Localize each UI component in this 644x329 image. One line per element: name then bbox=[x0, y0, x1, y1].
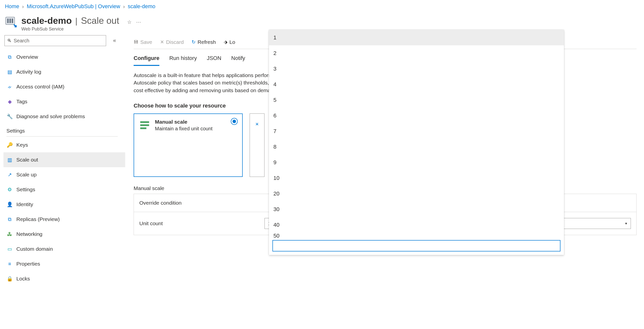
sidebar-item-access-control-iam-[interactable]: ᨀAccess control (IAM) bbox=[4, 79, 125, 94]
sidebar-item-settings[interactable]: ⚙Settings bbox=[4, 182, 125, 197]
custom-autoscale-icon bbox=[255, 119, 259, 130]
dropdown-option[interactable]: 4 bbox=[269, 76, 564, 92]
svg-rect-8 bbox=[256, 124, 258, 125]
keys-icon: 🔑 bbox=[6, 142, 13, 148]
section-divider bbox=[6, 136, 118, 136]
networking-icon: 🖧 bbox=[6, 231, 13, 237]
sidebar-item-label: Diagnose and solve problems bbox=[16, 113, 85, 119]
svg-rect-6 bbox=[140, 127, 146, 129]
override-condition-label: Override condition bbox=[139, 200, 264, 206]
dropdown-option[interactable]: 7 bbox=[269, 123, 564, 139]
card-title: Manual scale bbox=[155, 119, 212, 125]
resource-name: scale-demo bbox=[21, 15, 72, 26]
sidebar-item-label: Custom domain bbox=[16, 246, 53, 252]
properties-icon: ≡ bbox=[6, 261, 13, 267]
discard-icon: ✕ bbox=[160, 39, 164, 45]
sidebar-item-keys[interactable]: 🔑Keys bbox=[4, 137, 125, 152]
sidebar-item-identity[interactable]: 👤Identity bbox=[4, 197, 125, 212]
refresh-button[interactable]: ↻ Refresh bbox=[192, 39, 216, 45]
sidebar-item-diagnose-and-solve-problems[interactable]: 🔧Diagnose and solve problems bbox=[4, 109, 125, 124]
sidebar-item-label: Replicas (Preview) bbox=[16, 216, 60, 222]
dropdown-option[interactable]: 2 bbox=[269, 45, 564, 61]
blade-name: Scale out bbox=[81, 15, 119, 26]
sidebar-item-label: Scale up bbox=[16, 172, 37, 178]
sidebar-item-label: Identity bbox=[16, 201, 33, 207]
card-subtitle: Maintain a fixed unit count bbox=[155, 126, 212, 132]
svg-rect-5 bbox=[140, 124, 149, 126]
sidebar-item-overview[interactable]: ⧉Overview bbox=[4, 49, 125, 64]
tags-icon: ◆ bbox=[6, 99, 13, 105]
sidebar-item-label: Tags bbox=[16, 99, 27, 105]
save-icon: 💾︎ bbox=[134, 39, 138, 45]
svg-rect-4 bbox=[140, 121, 149, 123]
dropdown-option[interactable]: 20 bbox=[269, 186, 564, 201]
overview-icon: ⧉ bbox=[6, 54, 13, 60]
sidebar-item-scale-out[interactable]: ▥Scale out bbox=[4, 152, 125, 167]
dropdown-option[interactable]: 8 bbox=[269, 139, 564, 155]
discard-button[interactable]: ✕ Discard bbox=[160, 39, 184, 45]
sidebar-item-replicas-preview-[interactable]: ⧉Replicas (Preview) bbox=[4, 212, 125, 227]
replicas-icon: ⧉ bbox=[6, 217, 13, 222]
sidebar-item-custom-domain[interactable]: ▭Custom domain bbox=[4, 242, 125, 256]
tab-notify[interactable]: Notify bbox=[231, 53, 245, 66]
dropdown-option[interactable]: 9 bbox=[269, 155, 564, 170]
search-placeholder: Search bbox=[14, 38, 29, 44]
dropdown-option[interactable]: 50 bbox=[269, 233, 564, 240]
svg-rect-2 bbox=[10, 18, 11, 23]
tab-configure[interactable]: Configure bbox=[134, 53, 160, 66]
dropdown-option[interactable]: 40 bbox=[269, 217, 564, 233]
locks-icon: 🔒 bbox=[6, 276, 13, 282]
sidebar-item-label: Properties bbox=[16, 261, 40, 267]
sidebar-item-scale-up[interactable]: ↗Scale up bbox=[4, 167, 125, 182]
sidebar: 🔍︎ Search « ⧉Overview▤Activity logᨀAcces… bbox=[0, 35, 125, 286]
dropdown-option[interactable]: 6 bbox=[269, 108, 564, 123]
sidebar-item-locks[interactable]: 🔒Locks bbox=[4, 271, 125, 286]
dropdown-option[interactable]: 5 bbox=[269, 92, 564, 108]
sidebar-item-label: Access control (IAM) bbox=[16, 84, 64, 90]
search-input[interactable]: 🔍︎ Search bbox=[4, 35, 106, 46]
breadcrumb-overview[interactable]: Microsoft.AzureWebPubSub | Overview bbox=[27, 3, 120, 10]
breadcrumb: Home › Microsoft.AzureWebPubSub | Overvi… bbox=[0, 0, 644, 11]
chevron-right-icon: › bbox=[22, 4, 24, 9]
save-button[interactable]: 💾︎ Save bbox=[134, 39, 152, 45]
tab-json[interactable]: JSON bbox=[207, 53, 221, 66]
breadcrumb-resource[interactable]: scale-demo bbox=[128, 3, 156, 10]
diagnose-icon: 🔧 bbox=[6, 113, 13, 119]
card-manual-scale[interactable]: Manual scale Maintain a fixed unit count bbox=[134, 113, 243, 177]
tab-run-history[interactable]: Run history bbox=[169, 53, 197, 66]
dropdown-option[interactable]: 1 bbox=[269, 30, 564, 45]
dropdown-option[interactable]: 30 bbox=[269, 201, 564, 217]
sidebar-item-label: Locks bbox=[16, 276, 30, 282]
chevron-right-icon: › bbox=[123, 4, 125, 9]
breadcrumb-home[interactable]: Home bbox=[5, 3, 19, 10]
svg-rect-1 bbox=[7, 18, 9, 23]
collapse-sidebar-button[interactable]: « bbox=[113, 37, 116, 44]
page-header: scale-demo | Scale out ☆ ⋯ Web PubSub Se… bbox=[0, 11, 644, 32]
title-divider: | bbox=[75, 16, 78, 26]
dropdown-option[interactable]: 10 bbox=[269, 170, 564, 186]
scale-up-icon: ↗ bbox=[6, 172, 13, 178]
scale-out-icon: ▥ bbox=[6, 157, 13, 163]
dropdown-filter-input[interactable] bbox=[272, 240, 560, 252]
sidebar-item-label: Keys bbox=[16, 142, 28, 148]
chevron-down-icon: ▾ bbox=[625, 221, 627, 226]
favorite-star-icon[interactable]: ☆ bbox=[127, 19, 132, 25]
card-custom-autoscale[interactable] bbox=[250, 113, 264, 177]
sidebar-item-networking[interactable]: 🖧Networking bbox=[4, 227, 125, 242]
logs-icon: ⬗ bbox=[224, 39, 228, 45]
unit-count-dropdown: 1234567891020304050 bbox=[269, 30, 564, 255]
search-icon: 🔍︎ bbox=[7, 38, 12, 43]
more-actions-icon[interactable]: ⋯ bbox=[136, 19, 141, 25]
sidebar-item-label: Overview bbox=[16, 54, 38, 60]
logs-button[interactable]: ⬗ Lo bbox=[224, 39, 235, 45]
sidebar-item-label: Scale out bbox=[16, 157, 38, 163]
settings-icon: ⚙ bbox=[6, 187, 13, 193]
sidebar-item-label: Networking bbox=[16, 231, 42, 237]
manual-scale-icon bbox=[140, 120, 150, 131]
sidebar-item-activity-log[interactable]: ▤Activity log bbox=[4, 64, 125, 79]
sidebar-item-label: Settings bbox=[16, 187, 35, 193]
sidebar-item-properties[interactable]: ≡Properties bbox=[4, 256, 125, 271]
dropdown-option[interactable]: 3 bbox=[269, 61, 564, 76]
sidebar-item-tags[interactable]: ◆Tags bbox=[4, 94, 125, 109]
unit-count-label: Unit count bbox=[139, 221, 264, 226]
